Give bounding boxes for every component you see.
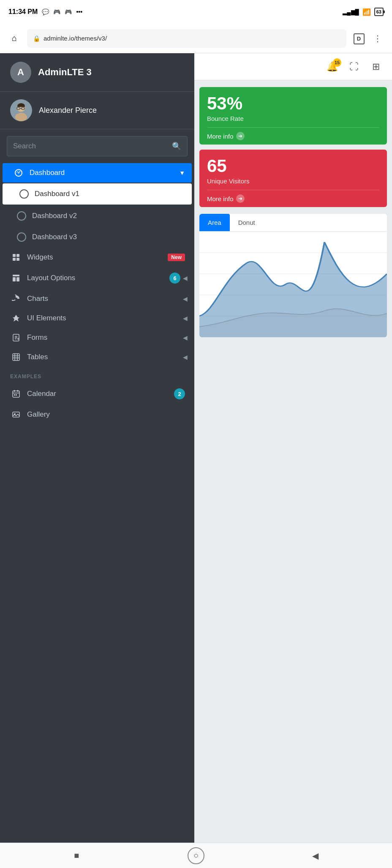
battery-icon: 63 <box>374 8 384 16</box>
svg-rect-9 <box>13 254 16 257</box>
gallery-icon <box>10 410 22 419</box>
brand-name: AdminLTE 3 <box>38 67 92 78</box>
circle-icon-v3 <box>17 232 26 242</box>
arrow-right-icon-bounce: ➜ <box>236 132 245 140</box>
browser-overflow-button[interactable]: ⋮ <box>370 31 385 46</box>
home-button[interactable]: ⌂ <box>7 31 22 46</box>
home-icon: ⌂ <box>12 33 17 43</box>
stat-value-visitors: 65 <box>207 157 379 175</box>
stat-footer-bounce[interactable]: More info ➜ <box>207 127 379 145</box>
sidebar-item-widgets[interactable]: Widgets New <box>0 248 194 267</box>
user-name: Alexander Pierce <box>39 106 97 115</box>
sidebar-item-layout[interactable]: Layout Options 6 ◀ <box>0 267 194 289</box>
sidebar-item-label-gallery: Gallery <box>27 410 188 419</box>
bottom-nav: ■ ○ ◀ <box>0 843 392 868</box>
sidebar-item-charts[interactable]: Charts ◀ <box>0 289 194 308</box>
calendar-icon <box>10 390 22 398</box>
notification-bell-button[interactable]: 🔔 15 <box>324 59 340 74</box>
tab-area[interactable]: Area <box>199 214 230 231</box>
sidebar-subitem-dashboard-v3[interactable]: Dashboard v3 <box>0 227 194 248</box>
more-info-text-bounce: More info <box>207 133 234 140</box>
stat-card-visitors: 65 Unique Visitors More info ➜ <box>199 150 387 207</box>
charts-icon <box>10 295 22 303</box>
sidebar-item-tables[interactable]: Tables ◀ <box>0 347 194 367</box>
more-info-text-visitors: More info <box>207 195 234 202</box>
tables-arrow-icon: ◀ <box>183 354 188 360</box>
tab-donut[interactable]: Donut <box>230 214 264 231</box>
sidebar-item-label-charts: Charts <box>27 295 183 303</box>
calendar-badge: 2 <box>174 388 185 399</box>
svg-rect-13 <box>13 275 19 276</box>
examples-section-label: EXAMPLES <box>0 367 194 383</box>
messenger-icon: 💬 <box>42 8 49 15</box>
ui-arrow-icon: ◀ <box>183 315 188 322</box>
stat-footer-visitors[interactable]: More info ➜ <box>207 190 379 207</box>
circle-icon-v1 <box>19 189 29 199</box>
sidebar-header: A AdminLTE 3 <box>0 53 194 92</box>
svg-rect-32 <box>16 394 17 396</box>
sidebar-item-label-calendar: Calendar <box>27 390 174 398</box>
sidebar-item-label-tables: Tables <box>27 353 183 361</box>
sidebar-subitem-dashboard-v1[interactable]: Dashboard v1 <box>3 183 192 205</box>
area-chart-svg <box>199 232 387 337</box>
stat-cards: 53% Bounce Rate More info ➜ 65 Unique Vi… <box>194 80 392 214</box>
brand-logo: A <box>10 62 31 83</box>
top-bar: 🔔 15 ⛶ ⊞ <box>194 53 392 80</box>
signal-icon: ▂▄▆█ <box>343 9 359 15</box>
svg-rect-10 <box>16 254 19 257</box>
main-content: A AdminLTE 3 <box>0 53 392 843</box>
chart-tabs: Area Donut <box>199 214 387 232</box>
grid-icon: ⊞ <box>372 61 380 72</box>
fullscreen-button[interactable]: ⛶ <box>346 59 362 74</box>
chart-body <box>199 232 387 337</box>
svg-rect-31 <box>14 394 15 396</box>
url-bar[interactable]: 🔒 adminlte.io/themes/v3/ <box>27 29 346 48</box>
sidebar-item-label-dashboard: Dashboard <box>30 169 179 177</box>
search-button[interactable]: 🔍 <box>166 136 187 156</box>
user-panel: Alexander Pierce <box>0 92 194 129</box>
stop-button[interactable]: ■ <box>68 847 85 864</box>
home-nav-button[interactable]: ○ <box>188 847 204 864</box>
svg-rect-12 <box>16 258 19 261</box>
sidebar-item-calendar[interactable]: Calendar 2 <box>0 383 194 405</box>
svg-rect-15 <box>16 277 19 281</box>
browser-menu-button[interactable]: D <box>351 31 367 46</box>
sidebar-item-ui-elements[interactable]: UI Elements ◀ <box>0 308 194 328</box>
stat-label-bounce: Bounce Rate <box>207 115 379 122</box>
widgets-badge: New <box>168 254 185 261</box>
stat-label-visitors: Unique Visitors <box>207 177 379 185</box>
forms-icon <box>10 333 22 342</box>
sidebar-item-gallery[interactable]: Gallery <box>0 405 194 424</box>
sidebar-item-forms[interactable]: Forms ◀ <box>0 328 194 347</box>
subitem-label-v1: Dashboard v1 <box>35 190 79 198</box>
back-button[interactable]: ◀ <box>307 847 324 864</box>
dashboard-arrow-icon: ▼ <box>179 169 185 176</box>
right-panel: 🔔 15 ⛶ ⊞ 53% Bounce Rate More info ➜ <box>194 53 392 843</box>
status-time: 11:34 PM <box>8 8 38 16</box>
svg-rect-22 <box>13 354 19 360</box>
widgets-icon <box>10 253 22 262</box>
sidebar-item-label-widgets: Widgets <box>27 253 168 262</box>
status-bar: 11:34 PM 💬 🎮 🎮 ••• ▂▄▆█ 📶 63 <box>0 0 392 24</box>
sidebar: A AdminLTE 3 <box>0 53 194 843</box>
game-icon-1: 🎮 <box>53 8 60 15</box>
avatar <box>10 99 32 121</box>
ui-elements-icon <box>10 314 22 322</box>
sidebar-subitem-dashboard-v2[interactable]: Dashboard v2 <box>0 205 194 227</box>
apps-button[interactable]: ⊞ <box>368 59 384 74</box>
brand-logo-letter: A <box>17 67 24 78</box>
sidebar-item-dashboard[interactable]: Dashboard ▼ <box>3 163 192 183</box>
circle-icon-v2 <box>17 211 26 221</box>
search-form: 🔍 <box>7 136 188 156</box>
status-right: ▂▄▆█ 📶 63 <box>343 8 384 16</box>
stat-value-bounce: 53% <box>207 95 379 112</box>
browser-actions: D ⋮ <box>351 31 385 46</box>
layout-icon <box>10 274 22 282</box>
avatar-image <box>10 99 32 121</box>
search-input[interactable] <box>7 137 166 156</box>
layout-arrow-icon: ◀ <box>183 275 188 281</box>
notification-count: 15 <box>333 58 341 67</box>
tables-icon <box>10 353 22 361</box>
sidebar-item-label-layout: Layout Options <box>27 274 169 282</box>
svg-rect-11 <box>13 258 16 261</box>
